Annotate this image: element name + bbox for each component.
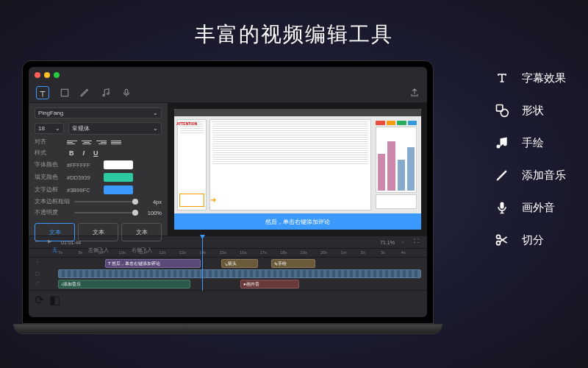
clip-arrow[interactable]: ↘ 箭头 — [221, 259, 258, 268]
feature-label: 切分 — [522, 233, 544, 247]
video-editor-app: PingFang⌄ 18⌄ 常规体⌄ 对齐 样式 B — [29, 67, 427, 317]
preview-thumbnail-pane: ATTENTION ➜ — [177, 119, 207, 210]
attention-label: ATTENTION — [176, 121, 197, 126]
timecode: 01:01:44 — [61, 240, 81, 245]
minimize-dot[interactable] — [44, 72, 50, 78]
feature-split: 切分 — [494, 232, 566, 248]
fill-color-label: 填充颜色 — [35, 174, 62, 181]
clip-audio[interactable]: ♪ 添加音乐 — [58, 280, 190, 289]
pencil-icon — [494, 167, 510, 183]
feature-label: 字幕效果 — [522, 71, 566, 85]
svg-point-1 — [501, 109, 508, 116]
font-size-select[interactable]: 18⌄ — [35, 123, 64, 134]
feature-subtitle: 字幕效果 — [494, 70, 566, 86]
bold-button[interactable]: B — [67, 149, 76, 157]
bottom-toolbar: ⟳ ◧ — [29, 290, 427, 302]
text-icon — [494, 70, 510, 86]
stroke-width-label: 文本边框粗细 — [35, 198, 70, 205]
svg-rect-5 — [61, 89, 68, 96]
border-color-label: 文字边框 — [35, 186, 62, 194]
scissors-icon — [494, 232, 510, 248]
playhead[interactable] — [202, 238, 203, 291]
border-color-swatch[interactable] — [104, 185, 133, 194]
feature-draw: 手绘 — [494, 135, 566, 151]
laptop-mockup: PingFang⌄ 18⌄ 常规体⌄ 对齐 样式 B — [22, 60, 434, 334]
arrow-annotation: ➜ — [210, 196, 216, 204]
preview-caption: 然后，单击右键添加评论 — [174, 213, 421, 230]
music-tool[interactable] — [101, 88, 111, 98]
feature-label: 手绘 — [522, 136, 544, 150]
feature-list: 字幕效果 形状 手绘 添加音乐 画外音 切分 — [494, 70, 566, 248]
feature-label: 添加音乐 — [522, 169, 566, 183]
track-audio: ♪ 添加音乐 ● 画外音 — [35, 280, 421, 289]
fill-color-hex: #DD3939 — [67, 174, 99, 181]
timeline-tracks: T 然后，单击右键添加评论 ↘ 箭头 ✎ 手绘 ♪ 添加音乐 ● 画外音 — [29, 258, 427, 290]
anim-fly-left[interactable]: 文本 — [78, 223, 118, 241]
clip-text[interactable]: T 然后，单击右键添加评论 — [105, 259, 201, 268]
timeline-ruler[interactable]: 7s8s9s10s11s12s13s14s15s16s17s18s19s20s1… — [29, 249, 427, 258]
font-weight-select[interactable]: 常规体⌄ — [68, 122, 162, 135]
text-tool[interactable] — [36, 86, 49, 99]
align-center-button[interactable] — [82, 138, 92, 146]
clip-voice[interactable]: ● 画外音 — [240, 280, 299, 289]
align-left-button[interactable] — [67, 138, 77, 146]
border-color-hex: #3B99FC — [67, 187, 99, 194]
page-title: 丰富的视频编辑工具 — [0, 0, 588, 49]
mic-icon — [494, 199, 510, 216]
style-label: 样式 — [35, 149, 62, 157]
align-label: 对齐 — [35, 138, 62, 146]
play-button[interactable]: ▶ — [48, 238, 55, 246]
track-video — [35, 269, 421, 278]
shape-icon — [494, 102, 510, 118]
fullscreen-button[interactable]: ⛶ — [414, 238, 421, 246]
font-color-hex: #FFFFFF — [67, 162, 99, 169]
highlight-box — [179, 194, 204, 207]
preview-side-pane — [374, 119, 418, 210]
opacity-slider[interactable] — [74, 212, 138, 213]
close-dot[interactable] — [35, 72, 40, 78]
svg-rect-9 — [35, 272, 39, 275]
feature-shape: 形状 — [494, 102, 566, 118]
zoom-level: 71.1% — [380, 240, 395, 245]
feature-music: 添加音乐 — [494, 167, 566, 183]
feature-label: 画外音 — [522, 201, 555, 215]
fill-color-swatch[interactable] — [104, 173, 133, 182]
clip-video[interactable] — [58, 269, 421, 278]
underline-button[interactable]: U — [91, 149, 101, 157]
draw-tool[interactable] — [80, 88, 90, 98]
maximize-dot[interactable] — [54, 72, 60, 78]
align-right-button[interactable] — [96, 138, 107, 146]
anim-fly-right[interactable]: 文本 — [121, 223, 162, 241]
font-color-label: 字体颜色 — [35, 161, 62, 169]
window-titlebar — [29, 67, 427, 83]
svg-point-7 — [107, 93, 109, 94]
svg-rect-2 — [501, 202, 504, 209]
stroke-width-value: 4px — [143, 199, 162, 205]
opacity-label: 不透明度 — [35, 209, 70, 216]
cut-button[interactable]: ✂ — [35, 238, 42, 246]
svg-point-4 — [497, 241, 501, 245]
music-note-icon — [494, 135, 510, 151]
svg-point-6 — [103, 94, 104, 96]
shape-tool[interactable] — [60, 88, 70, 98]
svg-rect-8 — [125, 89, 128, 93]
text-properties-panel: PingFang⌄ 18⌄ 常规体⌄ 对齐 样式 B — [29, 103, 168, 236]
loop-button[interactable]: ⟳ — [35, 293, 42, 300]
stroke-width-slider[interactable] — [74, 201, 138, 202]
svg-point-3 — [497, 235, 501, 238]
zoom-dropdown-icon[interactable]: ⌄ — [401, 238, 408, 246]
preview-canvas[interactable]: ATTENTION ➜ — [168, 103, 427, 236]
track-text: T 然后，单击右键添加评论 ↘ 箭头 ✎ 手绘 — [35, 259, 421, 268]
feature-voiceover: 画外音 — [494, 199, 566, 216]
share-button[interactable] — [409, 88, 420, 98]
font-color-swatch[interactable] — [104, 160, 133, 169]
mic-tool[interactable] — [121, 88, 132, 98]
italic-button[interactable]: I — [81, 149, 87, 157]
feature-label: 形状 — [522, 104, 544, 118]
marker-button[interactable]: ◧ — [49, 293, 57, 300]
opacity-value: 100% — [143, 210, 162, 216]
clip-draw[interactable]: ✎ 手绘 — [271, 259, 315, 268]
align-justify-button[interactable] — [111, 138, 121, 146]
preview-document-pane — [209, 119, 371, 210]
font-family-select[interactable]: PingFang⌄ — [35, 107, 162, 118]
